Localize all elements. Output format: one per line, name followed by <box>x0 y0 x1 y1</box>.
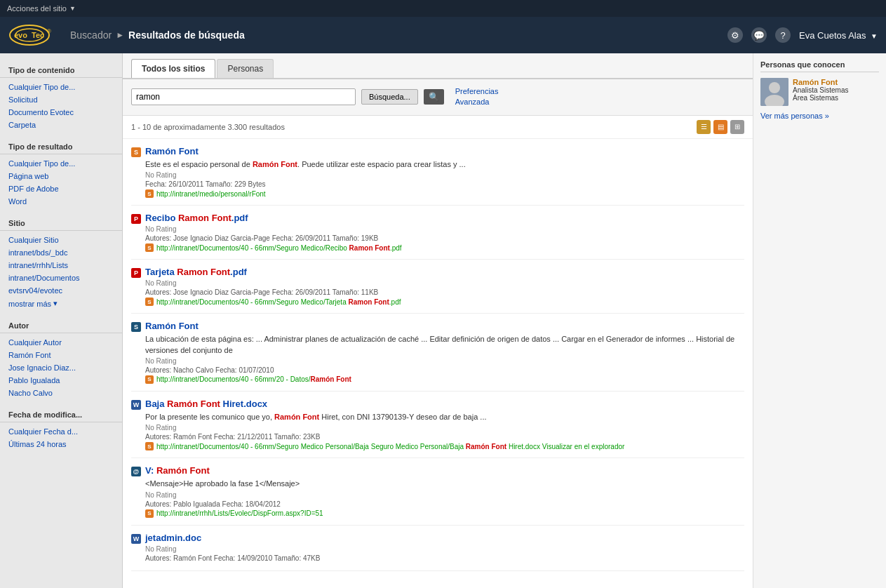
result-title-7[interactable]: jetadmin.doc <box>145 533 201 543</box>
result-url-6[interactable]: S http://intranet/rrhh/Lists/Evolec/Disp… <box>145 509 744 518</box>
result-item: W Baja Ramón Font Hiret.docx Por la pres… <box>131 392 744 458</box>
right-sidebar: Personas que conocen Ramón Font Analista… <box>753 53 886 588</box>
sidebar-site-0[interactable]: Cualquier Sitio <box>0 234 122 246</box>
result-header: P Recibo Ramon Font.pdf <box>131 213 744 224</box>
sidebar-date-0[interactable]: Cualquier Fecha d... <box>0 425 122 438</box>
user-name[interactable]: Eva Cuetos Alas ▼ <box>799 30 878 41</box>
result-type-icon: P <box>131 214 141 224</box>
breadcrumb-current: Resultados de búsqueda <box>128 29 245 41</box>
result-url-4[interactable]: S http://intranet/Documentos/40 - 66mm/2… <box>145 375 744 384</box>
sidebar-result-type-1[interactable]: Página web <box>0 170 122 182</box>
sidebar-content-type-3[interactable]: Carpeta <box>0 119 122 131</box>
sidebar-site-4[interactable]: evtsrv04/evotec <box>0 284 122 297</box>
result-type-icon: S <box>131 322 141 332</box>
tab-all-sites[interactable]: Todos los sitios <box>131 59 215 78</box>
url-icon: S <box>145 189 154 198</box>
search-submit-icon[interactable]: 🔍 <box>424 89 444 105</box>
person-name[interactable]: Ramón Font <box>793 78 848 86</box>
svg-text:evo: evo <box>14 31 27 39</box>
result-meta-1: Fecha: 26/10/2011 Tamaño: 229 Bytes <box>145 180 744 188</box>
result-rating-1: No Rating <box>145 171 744 179</box>
breadcrumb-start[interactable]: Buscador <box>70 29 112 41</box>
view-icon-3[interactable]: ⊞ <box>730 120 744 134</box>
logo[interactable]: evo Tec ® <box>8 22 65 48</box>
result-title-3[interactable]: Tarjeta Ramon Font.pdf <box>145 267 247 277</box>
chat-icon[interactable]: 💬 <box>751 27 767 43</box>
top-action-bar: Acciones del sitio ▼ <box>0 0 886 17</box>
url-icon: S <box>145 375 154 384</box>
header-left: evo Tec ® Buscador ► Resultados de búsqu… <box>8 22 245 48</box>
sidebar-author-0[interactable]: Cualquier Autor <box>0 336 122 349</box>
sidebar-site-2[interactable]: intranet/rrhh/Lists <box>0 259 122 272</box>
result-meta-6: Autores: Pablo Igualada Fecha: 18/04/201… <box>145 500 744 508</box>
site-actions-button[interactable]: Acciones del sitio ▼ <box>7 4 76 13</box>
result-meta-3: Autores: Jose Ignacio Diaz Garcia-Page F… <box>145 288 744 296</box>
result-rating-3: No Rating <box>145 279 744 287</box>
url-icon: S <box>145 298 154 306</box>
settings-icon[interactable]: ⚙ <box>727 27 743 43</box>
search-input[interactable] <box>131 88 356 105</box>
results-list: S Ramón Font Este es el espacio personal… <box>123 139 753 571</box>
result-url-1[interactable]: S http://intranet/medio/personal/rFont <box>145 189 744 198</box>
sidebar-content-type-2[interactable]: Documento Evotec <box>0 106 122 119</box>
person-role2: Área Sistemas <box>793 94 848 102</box>
result-type-icon: @ <box>131 467 141 476</box>
sidebar-author-2[interactable]: Jose Ignacio Diaz... <box>0 361 122 374</box>
sidebar-result-type-0[interactable]: Cualquier Tipo de... <box>0 157 122 170</box>
results-summary: 1 - 10 de aproximadamente 3.300 resultad… <box>131 123 285 131</box>
url-icon: S <box>145 442 154 450</box>
result-url-2[interactable]: S http://intranet/Documentos/40 - 66mm/S… <box>145 243 744 252</box>
result-desc-6: <Mensaje>He aprobado la fase 1</Mensaje> <box>145 479 744 489</box>
result-meta-4: Autores: Nacho Calvo Fecha: 01/07/2010 <box>145 366 744 374</box>
result-header: @ V: Ramón Font <box>131 465 744 476</box>
result-rating-5: No Rating <box>145 424 744 432</box>
search-tabs: Todos los sitios Personas <box>123 53 753 79</box>
result-header: P Tarjeta Ramon Font.pdf <box>131 267 744 278</box>
tab-people[interactable]: Personas <box>217 59 274 78</box>
view-icon-1[interactable]: ☰ <box>697 120 711 134</box>
content-area: Todos los sitios Personas Búsqueda... 🔍 … <box>123 53 753 588</box>
search-button[interactable]: Búsqueda... <box>361 89 418 105</box>
person-role1: Analista Sistemas <box>793 86 848 94</box>
result-url-5[interactable]: S http://intranet/Documentos/40 - 66mm/S… <box>145 442 744 450</box>
result-title-6[interactable]: V: Ramón Font <box>145 465 210 476</box>
result-url-3[interactable]: S http://intranet/Documentos/40 - 66mm/S… <box>145 298 744 306</box>
view-icon-2[interactable]: ▤ <box>713 120 727 134</box>
sidebar-site-1[interactable]: intranet/bds/_bdc <box>0 246 122 259</box>
advanced-search-link[interactable]: PreferenciasAvanzada <box>455 86 499 108</box>
search-bar: Búsqueda... 🔍 PreferenciasAvanzada <box>123 79 753 116</box>
results-header: 1 - 10 de aproximadamente 3.300 resultad… <box>123 116 753 139</box>
result-title-5[interactable]: Baja Ramón Font Hiret.docx <box>145 399 267 409</box>
breadcrumb-sep: ► <box>116 30 124 40</box>
sidebar-site-3[interactable]: intranet/Documentos <box>0 272 122 284</box>
result-item: W jetadmin.doc No Rating Autores: Ramón … <box>131 526 744 571</box>
result-meta-7: Autores: Ramón Font Fecha: 14/09/2010 Ta… <box>145 554 744 562</box>
result-item: S Ramón Font Este es el espacio personal… <box>131 139 744 206</box>
result-meta-2: Autores: Jose Ignacio Diaz Garcia-Page F… <box>145 234 744 242</box>
result-header: S Ramón Font <box>131 146 744 157</box>
result-header: W Baja Ramón Font Hiret.docx <box>131 399 744 410</box>
show-more-sites[interactable]: mostrar más ▾ <box>0 297 122 310</box>
result-type-icon: W <box>131 534 141 544</box>
sidebar-result-type-2[interactable]: PDF de Adobe <box>0 182 122 195</box>
result-title-1[interactable]: Ramón Font <box>145 146 199 156</box>
sidebar-author-4[interactable]: Nacho Calvo <box>0 387 122 399</box>
result-title-2[interactable]: Recibo Ramon Font.pdf <box>145 213 248 223</box>
result-desc-1: Este es el espacio personal de Ramón Fon… <box>145 159 744 170</box>
site-filter-title: Sitio <box>0 213 122 231</box>
sidebar-result-type-3[interactable]: Word <box>0 195 122 208</box>
sidebar-author-3[interactable]: Pablo Igualada <box>0 374 122 387</box>
main-layout: Tipo de contenido Cualquier Tipo de... S… <box>0 53 886 588</box>
result-type-icon: W <box>131 400 141 410</box>
result-title-4[interactable]: Ramón Font <box>145 321 199 331</box>
header: evo Tec ® Buscador ► Resultados de búsqu… <box>0 17 886 53</box>
people-know-title: Personas que conocen <box>760 60 879 72</box>
sidebar-date-1[interactable]: Últimas 24 horas <box>0 438 122 450</box>
sidebar-author-1[interactable]: Ramón Font <box>0 349 122 361</box>
svg-point-6 <box>769 82 780 93</box>
see-more-people-link[interactable]: Ver más personas » <box>760 112 879 120</box>
help-icon[interactable]: ? <box>775 27 791 43</box>
sidebar-content-type-0[interactable]: Cualquier Tipo de... <box>0 81 122 93</box>
sidebar-content-type-1[interactable]: Solicitud <box>0 93 122 106</box>
result-meta-5: Autores: Ramón Font Fecha: 21/12/2011 Ta… <box>145 433 744 441</box>
